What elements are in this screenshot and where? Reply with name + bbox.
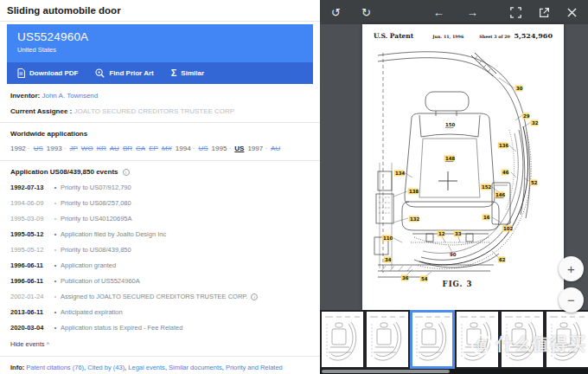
inventor-row: Inventor: John A. Townsend: [0, 92, 320, 100]
event-row: 1994-06-09•Priority to US08/257,080: [0, 199, 320, 207]
thumbnail[interactable]: [412, 312, 453, 367]
rotate-ccw-icon[interactable]: ↺: [331, 7, 341, 18]
arrow-right-icon[interactable]: →: [467, 7, 478, 18]
ref-label: 34: [385, 257, 392, 262]
ref-label: 134: [395, 171, 406, 176]
info-link[interactable]: Similar documents: [169, 364, 222, 371]
event-bullet: •: [50, 231, 61, 237]
event-text: Application granted: [61, 261, 116, 269]
event-row: 2002-01-24•Assigned to JOALTO SECURED CR…: [0, 293, 320, 300]
patent-card: US5524960A United States Download PDF Fi…: [7, 24, 313, 84]
find-prior-art-button[interactable]: Find Prior Art: [95, 68, 153, 78]
event-text: Application status is Expired - Fee Rela…: [61, 324, 182, 332]
document-viewer: ↺ ↻ ← → U.S. Patent: [320, 0, 588, 374]
close-icon[interactable]: [567, 8, 577, 17]
event-text: Anticipated expiration: [61, 308, 123, 316]
event-date: 1995-03-09: [10, 215, 50, 222]
worldwide-year: 1994: [176, 145, 195, 152]
event-text: Application filed by Joalto Design Inc: [61, 230, 166, 238]
info-link[interactable]: Legal events: [128, 364, 165, 371]
open-in-new-icon[interactable]: [539, 7, 550, 18]
ref-label: 32: [532, 120, 539, 126]
fullscreen-icon[interactable]: [510, 7, 521, 18]
inventor-link[interactable]: John A. Townsend: [42, 92, 98, 100]
info-icon[interactable]: i: [251, 293, 258, 300]
event-row: 1995-05-12•Priority to US08/439,850: [0, 246, 320, 254]
ref-label: 138: [409, 189, 419, 194]
zoom-in-button[interactable]: +: [559, 256, 584, 281]
worldwide-year: 1993: [47, 145, 67, 152]
worldwide-app-link[interactable]: US: [234, 145, 244, 152]
event-bullet: •: [50, 262, 61, 268]
divider: [0, 122, 320, 123]
info-links: Patent citations (76), Cited by (43), Le…: [10, 364, 283, 374]
event-row: 1996-06-11•Publication of US5524960A: [0, 277, 320, 285]
event-bullet: •: [50, 309, 61, 315]
worldwide-year: 1995: [212, 145, 232, 152]
info-link[interactable]: Patent citations (76): [26, 364, 84, 371]
event-date: 2020-03-04: [10, 324, 50, 332]
similar-button[interactable]: Σ Similar: [171, 68, 204, 78]
ref-label: 62: [499, 257, 506, 262]
thumbnail[interactable]: [546, 312, 588, 367]
zoom-out-button[interactable]: −: [559, 287, 584, 313]
worldwide-app-link[interactable]: AU: [271, 145, 280, 152]
ref-label: 110: [383, 235, 393, 241]
event-date: 1994-06-09: [10, 199, 50, 207]
chevron-up-icon: ^: [47, 341, 49, 347]
patent-detail-panel: Sliding automobile door US5524960A Unite…: [0, 0, 320, 374]
thumbnail[interactable]: [367, 312, 408, 367]
worldwide-app-link[interactable]: KR: [97, 145, 106, 152]
reference-labels: 3029321501361481344652152146138132161021…: [382, 85, 539, 281]
ref-label: 148: [445, 156, 456, 161]
event-date: 1995-05-12: [10, 230, 50, 238]
ref-label: 30: [516, 86, 523, 91]
event-text: Publication of US5524960A: [61, 277, 140, 285]
thumbnail[interactable]: [322, 312, 363, 367]
hide-events-link[interactable]: Hide events ^: [0, 340, 320, 348]
event-text: Priority to US08/257,080: [61, 199, 131, 207]
event-bullet: •: [50, 293, 61, 300]
leader-lines: [393, 78, 531, 277]
event-date: 1995-05-12: [10, 246, 50, 254]
info-paragraph: Info: Patent citations (76), Cited by (4…: [0, 357, 320, 374]
worldwide-app-link[interactable]: JP: [70, 145, 78, 152]
rotate-cw-icon[interactable]: ↻: [361, 7, 371, 18]
event-text: Assigned to JOALTO SECURED CREDITORS TRU…: [61, 293, 258, 300]
worldwide-app-link[interactable]: AU: [110, 145, 119, 152]
prior-art-icon: [95, 68, 105, 78]
download-pdf-button[interactable]: Download PDF: [17, 68, 78, 78]
worldwide-app-link[interactable]: US: [198, 145, 208, 152]
worldwide-app-link[interactable]: EP: [149, 145, 158, 152]
event-date: 1996-06-11: [10, 277, 50, 285]
thumbnail-scrollbar-thumb[interactable]: [322, 370, 450, 373]
worldwide-app-link[interactable]: WO: [81, 145, 93, 152]
ref-label: 152: [482, 184, 492, 190]
arrow-left-icon[interactable]: ←: [433, 7, 444, 18]
ref-label: 16: [483, 215, 490, 220]
worldwide-app-link[interactable]: MX: [162, 145, 172, 152]
thumbnail-strip: [320, 310, 588, 369]
patent-card-header: US5524960A United States: [7, 24, 313, 62]
thumbnail[interactable]: [457, 312, 498, 367]
worldwide-apps-line: 1992US1993JPWOKRAUBRCAEPMX1994US1995US19…: [0, 145, 320, 152]
worldwide-app-link[interactable]: US: [34, 145, 43, 152]
assignee-label: Current Assignee :: [10, 107, 72, 115]
event-row: 2020-03-04•Application status is Expired…: [0, 324, 320, 332]
ref-label: 132: [410, 216, 420, 222]
worldwide-app-link[interactable]: BR: [123, 145, 132, 152]
event-text: Priority to US08/439,850: [61, 246, 131, 254]
events-list: 1992-07-13•Priority to US07/912,7901994-…: [0, 184, 320, 332]
worldwide-app-link[interactable]: CA: [136, 145, 145, 152]
info-link[interactable]: Cited by (43): [87, 364, 125, 371]
info-icon[interactable]: i: [123, 169, 130, 176]
thumbnail[interactable]: [502, 312, 543, 367]
ref-label: 29: [523, 113, 530, 119]
ref-label: 33: [455, 231, 462, 236]
event-text: Priority to US07/912,790: [61, 184, 131, 191]
viewer-toolbar: ↺ ↻ ← →: [320, 0, 588, 24]
worldwide-heading: Worldwide applications: [0, 130, 320, 138]
worldwide-year: 1997: [247, 145, 267, 152]
similar-icon: Σ: [171, 68, 177, 78]
event-bullet: •: [50, 278, 61, 284]
